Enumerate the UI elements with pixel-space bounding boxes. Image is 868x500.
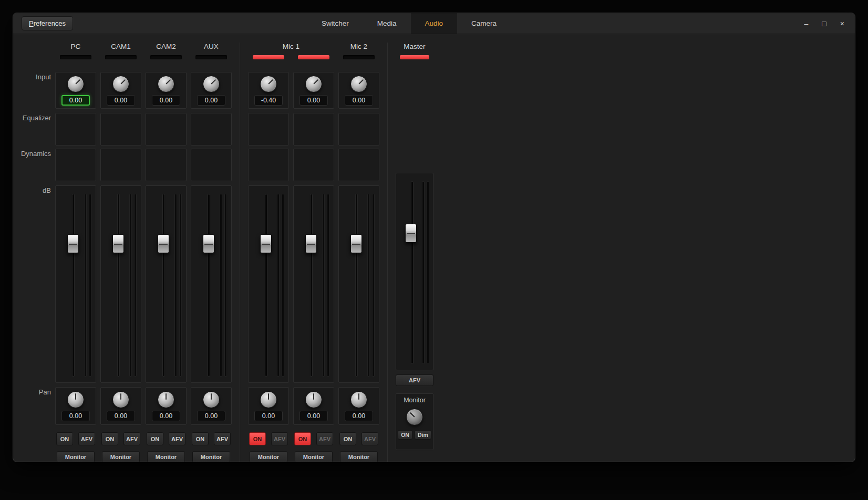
equalizer-box[interactable] xyxy=(146,113,187,145)
monitor-button[interactable]: Monitor xyxy=(102,451,140,462)
input-gain-knob[interactable] xyxy=(158,76,174,92)
maximize-icon[interactable]: □ xyxy=(822,20,826,27)
pan-value[interactable]: 0.00 xyxy=(107,411,135,421)
on-button[interactable]: ON xyxy=(56,432,73,445)
afv-button[interactable]: AFV xyxy=(361,432,378,445)
on-button[interactable]: ON xyxy=(339,432,356,445)
afv-button[interactable]: AFV xyxy=(271,432,288,445)
pan-box: 0.00 xyxy=(191,387,232,425)
on-button[interactable]: ON xyxy=(101,432,118,445)
db-row-label: dB xyxy=(43,186,51,194)
afv-button[interactable]: AFV xyxy=(169,432,185,445)
dynamics-box[interactable] xyxy=(146,149,187,181)
pan-value[interactable]: 0.00 xyxy=(299,411,328,421)
channel-level-meter xyxy=(60,55,91,59)
dynamics-box[interactable] xyxy=(100,149,141,181)
tab-switcher[interactable]: Switcher xyxy=(307,13,363,34)
preferences-button[interactable]: Preferences xyxy=(22,16,73,30)
input-gain-value[interactable]: 0.00 xyxy=(152,95,180,106)
pan-knob[interactable] xyxy=(350,391,367,408)
dynamics-box[interactable] xyxy=(293,149,334,181)
equalizer-box[interactable] xyxy=(248,113,289,145)
on-button[interactable]: ON xyxy=(249,432,266,445)
input-gain-value[interactable]: 0.00 xyxy=(345,95,373,106)
on-button[interactable]: ON xyxy=(294,432,311,445)
input-gain-value[interactable]: 0.00 xyxy=(197,95,225,106)
pan-value[interactable]: 0.00 xyxy=(254,411,283,421)
pan-knob[interactable] xyxy=(203,391,220,408)
equalizer-box[interactable] xyxy=(191,113,232,145)
monitor-on-button[interactable]: ON xyxy=(398,430,412,440)
dynamics-box[interactable] xyxy=(248,149,289,181)
pan-knob[interactable] xyxy=(158,391,174,408)
equalizer-box[interactable] xyxy=(293,113,334,145)
input-gain-knob[interactable] xyxy=(350,76,367,92)
dynamics-row-label: Dynamics xyxy=(21,150,51,158)
fader-handle[interactable] xyxy=(350,234,362,253)
on-button[interactable]: ON xyxy=(192,432,209,445)
input-gain-knob[interactable] xyxy=(67,76,84,92)
input-gain-knob[interactable] xyxy=(305,76,322,92)
afv-button[interactable]: AFV xyxy=(214,432,231,445)
tab-media[interactable]: Media xyxy=(363,13,411,34)
pan-knob[interactable] xyxy=(67,391,84,408)
channel-strip-cam1: CAM1 0.00 xyxy=(100,43,141,462)
master-afv-button[interactable]: AFV xyxy=(396,374,433,386)
tab-camera[interactable]: Camera xyxy=(457,13,511,34)
monitor-volume-knob[interactable] xyxy=(406,409,423,425)
equalizer-box[interactable] xyxy=(338,113,379,145)
monitor-button[interactable]: Monitor xyxy=(57,451,95,462)
input-gain-box: 0.00 xyxy=(146,72,187,109)
pan-value[interactable]: 0.00 xyxy=(197,411,225,421)
fader-level-meter-left xyxy=(277,194,279,376)
pan-knob[interactable] xyxy=(305,391,322,408)
input-gain-value[interactable]: 0.00 xyxy=(107,95,135,106)
input-gain-value[interactable]: -0.40 xyxy=(254,95,283,106)
input-gain-knob[interactable] xyxy=(203,76,220,92)
monitor-button[interactable]: Monitor xyxy=(192,451,230,462)
close-icon[interactable]: × xyxy=(840,20,844,27)
afv-button[interactable]: AFV xyxy=(78,432,95,445)
input-gain-knob[interactable] xyxy=(260,76,277,92)
pan-knob[interactable] xyxy=(260,391,277,408)
monitor-button[interactable]: Monitor xyxy=(250,451,287,462)
fader-handle[interactable] xyxy=(260,234,272,253)
equalizer-box[interactable] xyxy=(55,113,96,145)
fader-box xyxy=(55,185,96,383)
on-button[interactable]: ON xyxy=(147,432,163,445)
afv-button[interactable]: AFV xyxy=(316,432,333,445)
monitor-button[interactable]: Monitor xyxy=(295,451,333,462)
input-gain-value[interactable]: 0.00 xyxy=(299,95,328,106)
pan-value[interactable]: 0.00 xyxy=(152,411,180,421)
master-strip: Master AFV Monitor ON Dim xyxy=(396,43,433,450)
input-gain-value[interactable]: 0.00 xyxy=(61,95,90,106)
tab-audio[interactable]: Audio xyxy=(411,13,458,34)
dynamics-box[interactable] xyxy=(338,149,379,181)
fader-level-meter-right xyxy=(427,182,429,363)
monitor-button[interactable]: Monitor xyxy=(147,451,185,462)
pan-value[interactable]: 0.00 xyxy=(61,411,90,421)
minimize-icon[interactable]: – xyxy=(804,20,809,27)
fader-handle[interactable] xyxy=(158,234,169,253)
equalizer-box[interactable] xyxy=(100,113,141,145)
pan-value[interactable]: 0.00 xyxy=(345,411,373,421)
group-divider xyxy=(240,43,240,462)
input-gain-box: -0.40 xyxy=(248,72,289,109)
dynamics-box[interactable] xyxy=(191,149,232,181)
afv-button[interactable]: AFV xyxy=(123,432,140,445)
row-labels: Input Equalizer Dynamics dB Pan xyxy=(20,43,55,462)
fader-handle[interactable] xyxy=(305,234,317,253)
fader-handle[interactable] xyxy=(67,234,79,253)
monitor-button[interactable]: Monitor xyxy=(340,451,378,462)
dynamics-box[interactable] xyxy=(55,149,96,181)
monitor-dim-button[interactable]: Dim xyxy=(415,430,431,440)
master-fader-handle[interactable] xyxy=(405,224,417,243)
pan-knob[interactable] xyxy=(112,391,129,408)
fader-handle[interactable] xyxy=(203,234,214,253)
channel-name: AUX xyxy=(191,43,232,52)
fader-handle[interactable] xyxy=(112,234,124,253)
channel-strip-cam2: CAM2 0.00 xyxy=(146,43,187,462)
fader-level-meter-left xyxy=(130,194,131,376)
input-gain-knob[interactable] xyxy=(112,76,129,92)
channel-buttons: ON AFV xyxy=(191,432,232,445)
